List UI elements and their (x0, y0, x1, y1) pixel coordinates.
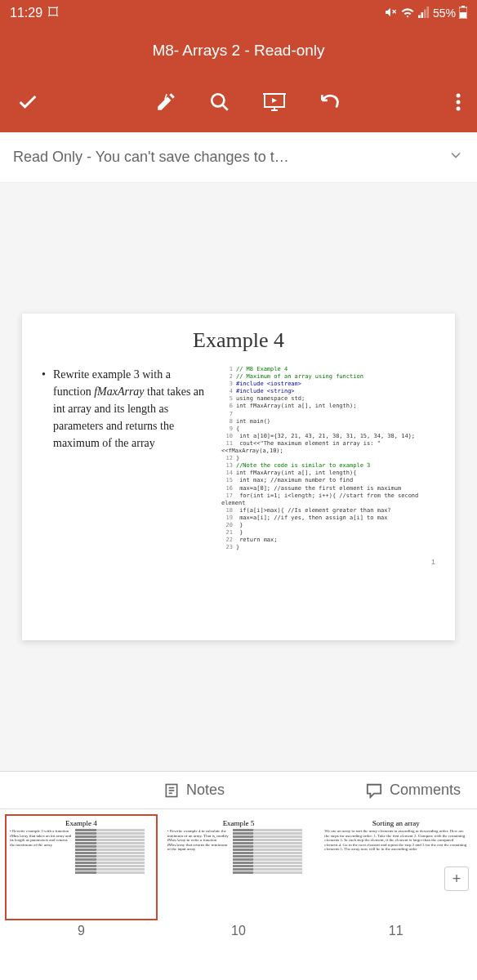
status-time: 11:29 (10, 6, 42, 20)
add-slide-button[interactable]: + (444, 866, 469, 891)
notes-label: Notes (186, 782, 225, 799)
app-header: M8- Arrays 2 - Read-only (0, 26, 477, 75)
svg-point-17 (457, 100, 461, 105)
readonly-text: Read Only - You can't save changes to t… (13, 149, 289, 166)
svg-rect-0 (49, 7, 56, 15)
bottom-bar: Notes Comments (0, 771, 477, 808)
slide-area[interactable]: Example 4 Rewrite example 3 with a funct… (0, 183, 477, 771)
comments-label: Comments (390, 782, 461, 799)
svg-line-11 (222, 105, 228, 110)
done-button[interactable] (16, 91, 39, 117)
slide[interactable]: Example 4 Rewrite example 3 with a funct… (22, 314, 455, 640)
no-sound-icon (384, 6, 397, 21)
screenshot-icon (47, 6, 59, 20)
svg-rect-9 (460, 12, 466, 18)
thumb-number: 10 (163, 920, 315, 938)
status-bar: 11:29 55% (0, 0, 477, 26)
slide-bullets: Rewrite example 3 with a function fMaxAr… (42, 366, 210, 551)
thumbnail-9[interactable]: Example 4 • Rewrite example 3 with a fun… (5, 814, 158, 920)
wifi-icon (400, 7, 415, 20)
search-button[interactable] (209, 91, 230, 116)
thumbnail-10[interactable]: Example 5 • Rewrite example 4 to calcula… (163, 814, 315, 920)
battery-percent: 55% (433, 7, 456, 20)
chevron-down-icon (448, 147, 464, 167)
present-button[interactable] (263, 91, 286, 116)
slide-code: 1// M8 Example 42// Maximum of an array … (221, 366, 435, 551)
svg-rect-4 (421, 12, 423, 18)
svg-point-16 (457, 94, 461, 98)
slide-page-number: 1 (42, 558, 435, 566)
svg-point-18 (457, 107, 461, 111)
signal-icon (418, 7, 430, 20)
slide-title: Example 4 (42, 328, 435, 353)
edit-button[interactable] (155, 91, 176, 116)
toolbar (0, 75, 477, 132)
readonly-banner[interactable]: Read Only - You can't save changes to t… (0, 132, 477, 183)
battery-icon (459, 6, 467, 21)
svg-rect-6 (426, 7, 429, 18)
thumb-number: 9 (5, 920, 158, 938)
svg-point-10 (212, 94, 224, 106)
more-button[interactable] (456, 92, 461, 115)
notes-button[interactable]: Notes (163, 782, 225, 799)
undo-button[interactable] (319, 91, 340, 116)
thumb-number: 11 (319, 920, 472, 938)
svg-rect-5 (424, 9, 426, 18)
document-title: M8- Arrays 2 - Read-only (152, 42, 324, 60)
svg-rect-3 (418, 15, 421, 18)
thumbnail-strip[interactable]: Example 4 • Rewrite example 3 with a fun… (0, 808, 477, 943)
comments-button[interactable]: Comments (365, 782, 461, 799)
